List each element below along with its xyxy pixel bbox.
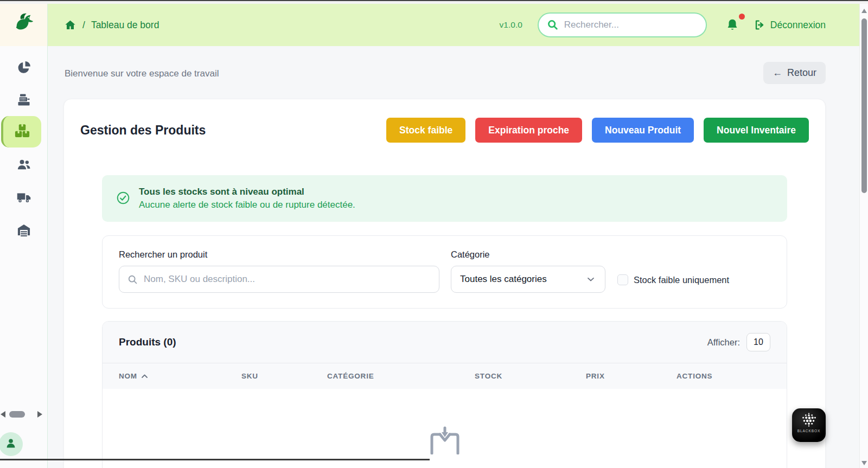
vertical-scrollbar[interactable]	[859, 4, 868, 468]
warehouse-icon	[16, 222, 31, 240]
logout-label: Déconnexion	[770, 20, 826, 31]
column-header-nom[interactable]: NOM	[119, 372, 241, 380]
sidebar-item-cash-register[interactable]	[0, 92, 47, 110]
category-value: Toutes les catégories	[460, 274, 547, 285]
app-logo[interactable]	[0, 4, 47, 46]
person-icon	[4, 436, 18, 452]
global-search	[538, 12, 707, 37]
action-buttons: Stock faible Expiration proche Nouveau P…	[386, 118, 809, 143]
sidebar-item-statistics[interactable]	[0, 60, 47, 78]
blackbox-logo-icon	[799, 411, 819, 431]
product-search-group: Rechercher un produit	[119, 249, 439, 293]
blackbox-brand-label: BLACKBOX	[797, 429, 820, 433]
users-icon	[16, 157, 31, 175]
product-search-input[interactable]	[144, 274, 431, 285]
bell-icon	[725, 18, 739, 32]
alert-title: Tous les stocks sont à niveau optimal	[139, 187, 355, 197]
bird-logo-icon	[12, 12, 35, 37]
pie-chart-icon	[16, 60, 31, 78]
notifications-button[interactable]	[725, 18, 739, 32]
products-card: Gestion des Produits Stock faible Expira…	[63, 99, 826, 468]
page-size-select[interactable]: 10	[746, 333, 770, 351]
home-icon[interactable]	[64, 19, 76, 31]
global-search-input[interactable]	[564, 20, 698, 30]
scrollbar-up-arrow-icon[interactable]	[861, 9, 867, 13]
column-header-categorie[interactable]: CATÉGORIE	[327, 372, 475, 380]
logout-icon	[754, 19, 765, 31]
window-top-edge	[0, 0, 868, 4]
back-label: Retour	[787, 67, 816, 79]
category-select[interactable]: Toutes les catégories	[451, 266, 605, 293]
scroll-right-arrow-icon[interactable]	[37, 411, 42, 418]
back-arrow-icon: ←	[773, 67, 782, 79]
breadcrumb: / Tableau de bord	[64, 19, 159, 31]
low-stock-checkbox-label: Stock faible uniquement	[634, 275, 729, 285]
page-size-control: Afficher: 10	[707, 333, 770, 351]
new-product-button[interactable]: Nouveau Produit	[592, 118, 694, 143]
horizontal-scrollbar-thumb[interactable]	[9, 411, 25, 418]
boxes-icon	[14, 123, 30, 141]
sidebar-item-warehouse[interactable]	[0, 222, 47, 240]
low-stock-checkbox[interactable]	[617, 274, 628, 285]
scrollbar-thumb[interactable]	[861, 18, 867, 193]
window-bottom-edge	[0, 459, 430, 460]
breadcrumb-separator: /	[82, 20, 85, 31]
logout-button[interactable]: Déconnexion	[754, 19, 826, 31]
table-column-headers: NOM SKU CATÉGORIE STOCK PRIX ACTIONS	[103, 363, 787, 389]
category-label: Catégorie	[451, 249, 605, 260]
stock-status-alert: Tous les stocks sont à niveau optimal Au…	[102, 175, 787, 222]
top-header: / Tableau de bord v1.0.0 Déconnexion	[48, 4, 859, 46]
page-size-label: Afficher:	[707, 337, 740, 348]
scroll-left-arrow-icon[interactable]	[1, 411, 5, 418]
sidebar-item-deliveries[interactable]	[0, 190, 47, 207]
cash-register-icon	[16, 92, 31, 110]
user-avatar[interactable]	[0, 432, 23, 456]
column-label-nom: NOM	[119, 372, 137, 380]
scrollbar-down-arrow-icon[interactable]	[861, 461, 867, 465]
truck-icon	[16, 190, 31, 207]
sidebar-item-users[interactable]	[0, 157, 47, 175]
products-table-section: Produits (0) Afficher: 10 NOM SKU CATÉGO	[102, 321, 787, 468]
low-stock-button[interactable]: Stock faible	[386, 118, 465, 143]
alert-texts: Tous les stocks sont à niveau optimal Au…	[139, 187, 355, 210]
column-header-actions[interactable]: ACTIONS	[676, 372, 770, 380]
products-count-title: Produits (0)	[119, 336, 176, 348]
empty-box-icon	[427, 426, 462, 457]
app-version: v1.0.0	[500, 20, 522, 30]
column-header-prix[interactable]: PRIX	[586, 372, 676, 380]
product-search-label: Rechercher un produit	[119, 249, 439, 260]
column-header-stock[interactable]: STOCK	[475, 372, 586, 380]
products-table-header: Produits (0) Afficher: 10	[103, 322, 787, 363]
page-title: Gestion des Produits	[80, 123, 206, 138]
column-header-sku[interactable]: SKU	[241, 372, 327, 380]
back-button[interactable]: ← Retour	[763, 62, 826, 84]
expiring-soon-button[interactable]: Expiration proche	[475, 118, 582, 143]
table-empty-body	[103, 389, 787, 468]
search-icon	[547, 19, 559, 31]
sidebar-item-products-active[interactable]	[1, 116, 41, 148]
sidebar	[0, 4, 48, 468]
welcome-text: Bienvenue sur votre espace de travail	[65, 68, 219, 79]
breadcrumb-current: Tableau de bord	[91, 20, 159, 31]
product-search-field	[119, 266, 439, 293]
filters-panel: Rechercher un produit Catégorie Toutes l…	[102, 235, 787, 309]
sort-asc-icon	[141, 374, 148, 379]
new-inventory-button[interactable]: Nouvel Inventaire	[704, 118, 809, 143]
check-circle-icon	[116, 191, 130, 205]
main-content: Bienvenue sur votre espace de travail ← …	[48, 46, 859, 468]
low-stock-filter[interactable]: Stock faible uniquement	[617, 274, 729, 285]
blackbox-widget[interactable]: BLACKBOX	[792, 408, 826, 442]
notification-dot	[739, 14, 745, 20]
products-card-header: Gestion des Produits Stock faible Expira…	[64, 99, 825, 143]
sidebar-scroll-controls	[0, 409, 47, 419]
magnifier-icon	[127, 274, 138, 285]
category-group: Catégorie Toutes les catégories	[451, 249, 605, 293]
chevron-down-icon	[585, 274, 596, 285]
alert-message: Aucune alerte de stock faible ou de rupt…	[139, 200, 355, 210]
